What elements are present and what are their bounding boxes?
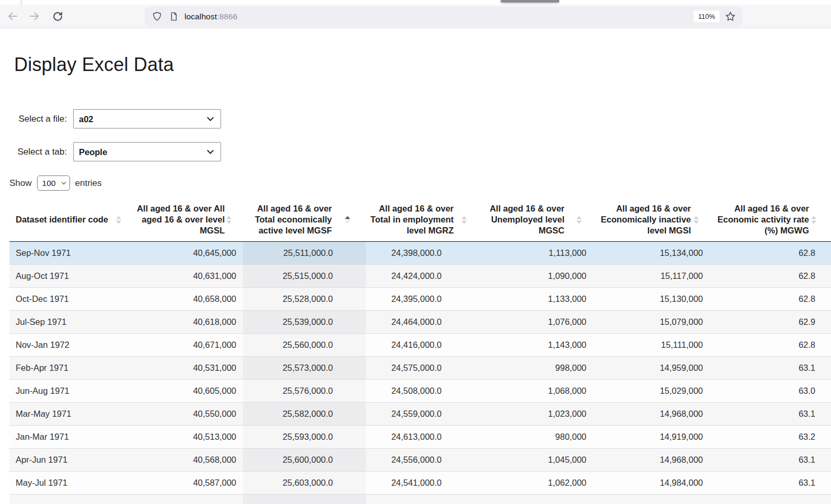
data-cell[interactable]: 1,076,000 — [478, 310, 593, 333]
data-cell[interactable]: 1,133,000 — [478, 287, 593, 310]
data-cell[interactable] — [366, 494, 478, 504]
data-cell[interactable]: 40,645,000 — [128, 241, 243, 264]
data-cell[interactable]: 63.2 — [710, 425, 831, 448]
url-bar[interactable]: localhost:8866 110% — [145, 7, 742, 26]
row-label-cell[interactable]: Apr-Jun 1971 — [9, 448, 128, 471]
data-cell[interactable]: 25,603,000.0 — [243, 471, 366, 494]
column-header[interactable]: All aged 16 & over Allaged 16 & over lev… — [128, 198, 243, 241]
data-cell[interactable]: 62.8 — [710, 287, 831, 310]
table-row[interactable]: Oct-Dec 197140,658,00025,528,000.024,395… — [9, 287, 831, 310]
data-cell[interactable]: 63.1 — [710, 471, 831, 494]
data-cell[interactable]: 15,111,000 — [593, 333, 710, 356]
data-cell[interactable]: 14,959,000 — [593, 356, 710, 379]
data-cell[interactable]: 25,573,000.0 — [243, 356, 366, 379]
data-cell[interactable]: 63.1 — [710, 448, 831, 471]
data-cell[interactable]: 25,515,000.0 — [243, 264, 366, 287]
row-label-cell[interactable]: Nov-Jan 1972 — [9, 333, 128, 356]
table-row[interactable]: Sep-Nov 197140,645,00025,511,000.024,398… — [9, 241, 831, 264]
zoom-level-button[interactable]: 110% — [694, 10, 720, 22]
column-header[interactable]: All aged 16 & overEconomic activity rate… — [710, 198, 831, 241]
data-cell[interactable]: 14,984,000 — [593, 471, 710, 494]
table-row[interactable]: Jan-Mar 197140,513,00025,593,000.024,613… — [9, 425, 831, 448]
row-label-cell[interactable]: Aug-Oct 1971 — [9, 264, 128, 287]
column-header[interactable]: All aged 16 & overTotal economicallyacti… — [243, 198, 366, 241]
table-row[interactable]: Mar-May 197140,550,00025,582,000.024,559… — [9, 402, 831, 425]
data-cell[interactable]: 24,559,000.0 — [366, 402, 478, 425]
page-info-icon[interactable] — [169, 11, 179, 21]
data-cell[interactable]: 62.8 — [710, 333, 831, 356]
column-header[interactable]: All aged 16 & overUnemployed levelMGSC — [478, 198, 593, 241]
data-cell[interactable]: 24,508,000.0 — [366, 379, 478, 402]
data-cell[interactable]: 24,556,000.0 — [366, 448, 478, 471]
data-cell[interactable]: 25,528,000.0 — [243, 287, 366, 310]
data-cell[interactable]: 40,618,000 — [128, 310, 243, 333]
column-header[interactable]: All aged 16 & overTotal in employmentlev… — [366, 198, 478, 241]
data-cell[interactable]: 25,539,000.0 — [243, 310, 366, 333]
data-cell[interactable]: 1,143,000 — [478, 333, 593, 356]
table-row[interactable]: Nov-Jan 197240,671,00025,560,000.024,416… — [9, 333, 831, 356]
bookmark-star-button[interactable] — [725, 11, 736, 22]
data-cell[interactable]: 40,605,000 — [128, 379, 243, 402]
data-cell[interactable]: 63.1 — [710, 402, 831, 425]
row-label-cell[interactable]: Sep-Nov 1971 — [9, 241, 128, 264]
shield-icon[interactable] — [152, 11, 162, 21]
data-cell[interactable]: 14,968,000 — [593, 448, 710, 471]
data-cell[interactable]: 63.0 — [710, 379, 831, 402]
data-cell[interactable] — [128, 494, 243, 504]
table-row[interactable]: Aug-Oct 197140,631,00025,515,000.024,424… — [9, 264, 831, 287]
data-cell[interactable]: 998,000 — [478, 356, 593, 379]
table-row[interactable]: Jun-Aug 197140,605,00025,576,000.024,508… — [9, 379, 831, 402]
column-header[interactable]: Dataset identifier code — [9, 198, 128, 241]
column-header[interactable]: All aged 16 & overEconomically inactivel… — [593, 198, 710, 241]
data-cell[interactable]: 40,631,000 — [128, 264, 243, 287]
forward-button[interactable] — [26, 8, 43, 25]
table-row[interactable]: Apr-Jun 197140,568,00025,600,000.024,556… — [9, 448, 831, 471]
data-cell[interactable]: 40,587,000 — [128, 471, 243, 494]
row-label-cell[interactable]: Oct-Dec 1971 — [9, 287, 128, 310]
data-cell[interactable]: 1,113,000 — [478, 241, 593, 264]
data-cell[interactable]: 62.8 — [710, 264, 831, 287]
data-cell[interactable]: 24,613,000.0 — [366, 425, 478, 448]
entries-select[interactable]: 100 — [37, 175, 70, 191]
data-cell[interactable]: 25,600,000.0 — [243, 448, 366, 471]
table-row[interactable]: Jul-Sep 197140,618,00025,539,000.024,464… — [9, 310, 831, 333]
data-cell[interactable]: 1,045,000 — [478, 448, 593, 471]
data-cell[interactable]: 62.9 — [710, 310, 831, 333]
data-cell[interactable] — [593, 494, 710, 504]
data-cell[interactable]: 24,464,000.0 — [366, 310, 478, 333]
data-cell[interactable]: 1,068,000 — [478, 379, 593, 402]
data-cell[interactable]: 980,000 — [478, 425, 593, 448]
row-label-cell[interactable]: May-Jul 1971 — [9, 471, 128, 494]
row-label-cell[interactable]: Mar-May 1971 — [9, 402, 128, 425]
row-label-cell[interactable] — [9, 494, 128, 504]
reload-button[interactable] — [49, 8, 66, 25]
tab-select[interactable]: People — [73, 142, 221, 161]
data-cell[interactable]: 24,541,000.0 — [366, 471, 478, 494]
back-button[interactable] — [4, 8, 21, 25]
data-cell[interactable]: 25,593,000.0 — [243, 425, 366, 448]
data-cell[interactable]: 24,395,000.0 — [366, 287, 478, 310]
data-cell[interactable]: 24,416,000.0 — [366, 333, 478, 356]
row-label-cell[interactable]: Jan-Mar 1971 — [9, 425, 128, 448]
data-cell[interactable]: 24,575,000.0 — [366, 356, 478, 379]
data-cell[interactable]: 14,919,000 — [593, 425, 710, 448]
file-select[interactable]: a02 — [73, 109, 221, 128]
data-cell[interactable]: 40,513,000 — [128, 425, 243, 448]
table-row[interactable]: Feb-Apr 197140,531,00025,573,000.024,575… — [9, 356, 831, 379]
data-cell[interactable]: 1,023,000 — [478, 402, 593, 425]
data-cell[interactable] — [243, 494, 366, 504]
data-cell[interactable]: 14,968,000 — [593, 402, 710, 425]
row-label-cell[interactable]: Feb-Apr 1971 — [9, 356, 128, 379]
data-cell[interactable] — [478, 494, 593, 504]
data-cell[interactable]: 15,134,000 — [593, 241, 710, 264]
data-cell[interactable] — [710, 494, 831, 504]
browser-tab-remnant[interactable] — [501, 0, 559, 3]
data-cell[interactable]: 24,398,000.0 — [366, 241, 478, 264]
data-cell[interactable]: 40,550,000 — [128, 402, 243, 425]
data-cell[interactable]: 25,511,000.0 — [243, 241, 366, 264]
table-row[interactable]: May-Jul 197140,587,00025,603,000.024,541… — [9, 471, 831, 494]
data-cell[interactable]: 40,568,000 — [128, 448, 243, 471]
row-label-cell[interactable]: Jul-Sep 1971 — [9, 310, 128, 333]
data-cell[interactable]: 1,062,000 — [478, 471, 593, 494]
data-cell[interactable]: 40,658,000 — [128, 287, 243, 310]
